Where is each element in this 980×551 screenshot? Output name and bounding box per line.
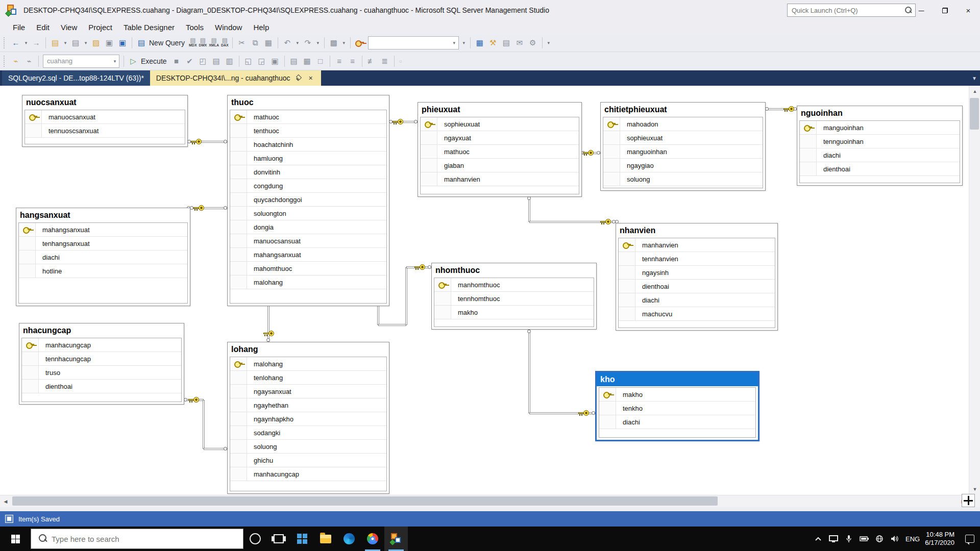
battery-tray-icon[interactable] xyxy=(856,527,872,551)
table-row[interactable]: mahoadon xyxy=(603,117,763,131)
table-row[interactable]: sodangki xyxy=(230,426,386,440)
table-row[interactable]: hoachatchinh xyxy=(230,138,386,152)
relationship-line[interactable] xyxy=(528,330,530,413)
toolbar-grip[interactable] xyxy=(2,56,7,67)
connect-icon[interactable]: ⌁ xyxy=(10,55,22,68)
relationship-line[interactable] xyxy=(378,324,406,326)
results-to-text-icon[interactable]: ▤ xyxy=(288,55,300,68)
database-combobox-dropdown-icon[interactable]: ▾ xyxy=(111,59,119,64)
ssms-taskbar-button[interactable] xyxy=(384,527,408,551)
table-nhomthuoc[interactable]: nhomthuocmanhomthuoctennhomthuocmakho xyxy=(431,263,597,330)
find-combobox-dropdown-icon[interactable]: ▾ xyxy=(450,40,458,45)
vertical-scrollbar[interactable]: ▲ ▼ xyxy=(969,86,980,495)
table-row[interactable]: machucvu xyxy=(619,307,775,321)
cortana-button[interactable] xyxy=(243,527,267,551)
toolbar-options-dropdown-icon[interactable]: ▾ xyxy=(546,36,552,49)
table-row[interactable]: tennguoinhan xyxy=(800,135,960,148)
table-row[interactable]: mahangsanxuat xyxy=(19,223,187,237)
table-row[interactable]: ngaysinh xyxy=(619,266,775,280)
include-actual-plan-icon[interactable]: ◱ xyxy=(242,55,255,68)
table-row[interactable]: diachi xyxy=(599,415,755,429)
table-row[interactable]: ngaygiao xyxy=(603,159,763,172)
database-tune-icon[interactable]: ▤ xyxy=(500,36,512,49)
table-row[interactable]: ngayhethan xyxy=(230,398,386,412)
table-row[interactable]: diachi xyxy=(619,293,775,307)
help-icon[interactable]: ◌ xyxy=(398,55,404,68)
table-nuocsanxuat[interactable]: nuocsanxuatmanuocsanxuattennuoscsanxuat xyxy=(22,95,188,147)
save-all-icon[interactable]: ▣ xyxy=(116,36,129,49)
scroll-up-icon[interactable]: ▲ xyxy=(969,86,980,97)
back-dropdown-icon[interactable]: ▾ xyxy=(23,36,29,49)
table-row[interactable]: congdung xyxy=(230,179,386,193)
table-row[interactable]: manhanvien xyxy=(421,172,579,186)
table-row[interactable]: dienthoai xyxy=(619,280,775,293)
execute-play-icon[interactable]: ▷ xyxy=(127,55,139,68)
comment-out-icon[interactable]: ≣ xyxy=(379,55,391,68)
outdent-icon[interactable]: ≡ xyxy=(347,55,359,68)
table-row[interactable]: makho xyxy=(434,306,594,319)
copy-icon[interactable]: ⧉ xyxy=(249,36,261,49)
close-button[interactable]: × xyxy=(957,0,980,20)
find-key-icon[interactable] xyxy=(354,36,366,49)
menu-item-tools[interactable]: Tools xyxy=(180,21,209,33)
add-item-dropdown-icon[interactable]: ▾ xyxy=(83,36,89,49)
new-xmla-query-icon[interactable]: ▤XMLA xyxy=(209,35,219,51)
disconnect-icon[interactable]: ⌁ xyxy=(23,55,35,68)
table-row[interactable]: dongia xyxy=(230,220,386,234)
chrome-button[interactable] xyxy=(361,527,384,551)
quick-launch-box[interactable] xyxy=(787,4,916,17)
table-row[interactable]: malohang xyxy=(230,357,386,371)
sql-table-icon[interactable]: ▦ xyxy=(474,36,486,49)
settings-gear-icon[interactable]: ⚙ xyxy=(527,36,539,49)
network-tray-icon[interactable] xyxy=(872,527,887,551)
activity-dropdown-icon[interactable]: ▾ xyxy=(341,36,347,49)
table-phieuxuat[interactable]: phieuxuatsophieuxuatngayxuatmathuocgiaba… xyxy=(418,102,582,197)
menu-item-file[interactable]: File xyxy=(7,21,31,33)
menu-item-window[interactable]: Window xyxy=(209,21,248,33)
table-row[interactable]: tenkho xyxy=(599,402,755,415)
database-mail-icon[interactable]: ✉ xyxy=(513,36,526,49)
quick-launch-input[interactable] xyxy=(788,7,903,14)
table-row[interactable]: tennhacungcap xyxy=(22,352,181,366)
toolbar-grip[interactable] xyxy=(2,37,7,48)
action-center-button[interactable] xyxy=(960,527,980,551)
table-row[interactable]: ghichu xyxy=(230,454,386,467)
table-row[interactable]: manguoinhan xyxy=(800,121,960,135)
table-row[interactable]: manhomthuoc xyxy=(434,278,594,292)
open-file-icon[interactable]: ▨ xyxy=(90,36,102,49)
intellisense-icon[interactable]: ▥ xyxy=(224,55,236,68)
scroll-down-icon[interactable]: ▼ xyxy=(969,484,980,495)
back-icon[interactable]: ← xyxy=(10,36,22,49)
vertical-scroll-thumb[interactable] xyxy=(970,98,979,130)
table-row[interactable]: ngaysanxuat xyxy=(230,385,386,398)
execute-label[interactable]: Execute xyxy=(141,57,167,65)
close-tab-icon[interactable]: × xyxy=(307,74,315,82)
table-nhacungcap[interactable]: nhacungcapmanhacungcaptennhacungcaptruso… xyxy=(19,323,184,405)
table-row[interactable]: quycachdonggoi xyxy=(230,193,386,207)
results-to-file-icon[interactable]: ▣ xyxy=(269,55,281,68)
undo-dropdown-icon[interactable]: ▾ xyxy=(295,36,301,49)
indent-icon[interactable]: ≡ xyxy=(333,55,346,68)
taskbar-search-input[interactable] xyxy=(52,535,243,543)
results-to-grid-icon[interactable]: ▦ xyxy=(301,55,313,68)
database-combobox[interactable]: cuahang▾ xyxy=(43,55,119,68)
table-thuoc[interactable]: thuocmathuoctenthuochoachatchinhhamluong… xyxy=(227,95,389,306)
table-row[interactable]: manhanvien xyxy=(619,238,775,252)
table-row[interactable]: giaban xyxy=(421,159,579,172)
table-row[interactable]: hamluong xyxy=(230,152,386,165)
table-row[interactable]: soluong xyxy=(230,440,386,454)
table-row[interactable]: hotline xyxy=(19,264,187,278)
forward-icon[interactable]: → xyxy=(30,36,42,49)
store-button[interactable] xyxy=(290,527,314,551)
table-row[interactable]: diachi xyxy=(19,251,187,264)
display-estimated-plan-icon[interactable]: ◰ xyxy=(197,55,209,68)
new-dax-query-icon[interactable]: ▤DAX xyxy=(221,35,229,51)
table-row[interactable]: tenlohang xyxy=(230,371,386,385)
table-row[interactable]: manuocsanxuat xyxy=(25,110,185,124)
uncomment-icon[interactable]: ≢ xyxy=(365,55,378,68)
new-project-icon[interactable]: ▤ xyxy=(49,36,61,49)
client-statistics-icon[interactable]: ◲ xyxy=(256,55,268,68)
table-nhanvien[interactable]: nhanvienmanhanvientennhanvienngaysinhdie… xyxy=(616,223,778,331)
redo-icon[interactable]: ↷ xyxy=(302,36,314,49)
language-indicator[interactable]: ENG xyxy=(902,535,923,543)
